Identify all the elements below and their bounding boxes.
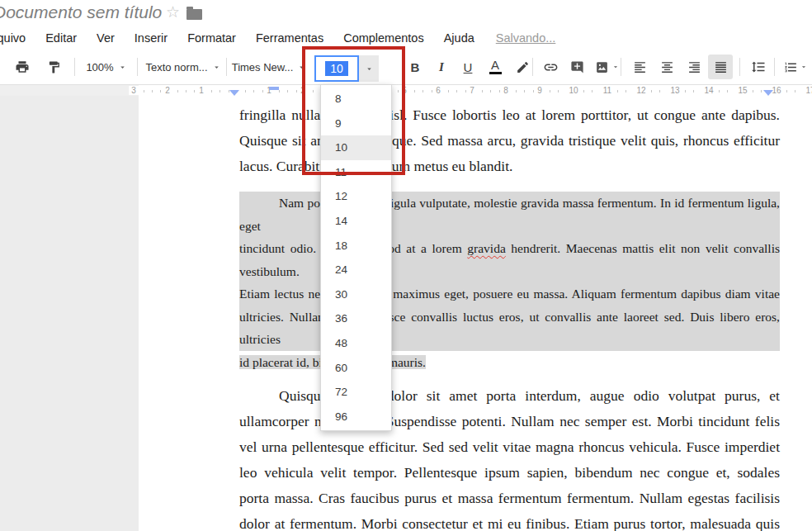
underline-button[interactable]: U: [456, 55, 480, 79]
misspelled-word[interactable]: gravida: [467, 241, 505, 255]
font-size-option[interactable]: 96: [321, 405, 391, 429]
paint-format-button[interactable]: [41, 55, 66, 79]
document-canvas: fringilla nulla sed odio nisl. Fusce lob…: [0, 96, 812, 531]
paint-roller-icon: [47, 60, 61, 74]
bold-button[interactable]: B: [403, 55, 427, 79]
font-size-option[interactable]: 11: [321, 160, 391, 185]
insert-image-button[interactable]: [591, 55, 624, 79]
text-line: leo vehicula velit tempor. Pellentesque …: [239, 460, 780, 486]
text-color-bar: [489, 72, 502, 74]
paragraph-styles-select[interactable]: Texto norm...: [145, 55, 221, 79]
toolbar-separator: [621, 58, 621, 76]
font-size-dropdown-arrow[interactable]: [359, 55, 379, 82]
styles-value: Texto norm...: [145, 61, 207, 73]
menu-item[interactable]: Inserir: [135, 31, 168, 45]
ruler-number: 7: [467, 86, 477, 95]
highlight-color-button[interactable]: [510, 55, 535, 79]
font-size-option[interactable]: 36: [321, 306, 391, 331]
chevron-down-icon: [800, 63, 808, 71]
chevron-down-icon: [212, 63, 221, 72]
toolbar-separator: [226, 58, 227, 76]
ruler-number: 6: [433, 86, 443, 95]
numbered-list-button[interactable]: [779, 55, 812, 79]
font-size-option[interactable]: 14: [321, 209, 391, 234]
chevron-down-icon: [365, 64, 374, 73]
menu-item[interactable]: Complementos: [343, 31, 424, 45]
menu-item[interactable]: Ver: [97, 31, 115, 45]
ruler-number: 12: [634, 86, 648, 95]
document-page[interactable]: fringilla nulla sed odio nisl. Fusce lob…: [139, 96, 812, 531]
star-icon[interactable]: ☆: [166, 4, 180, 21]
ruler-number: 15: [735, 86, 749, 95]
line-spacing-button[interactable]: [744, 55, 772, 79]
menu-item[interactable]: Ajuda: [444, 31, 474, 45]
first-line-indent-marker[interactable]: [269, 87, 279, 90]
ruler-number: 3: [129, 86, 139, 95]
font-size-value: 10: [325, 61, 348, 76]
saving-status[interactable]: Salvando...: [496, 31, 556, 45]
align-center-icon: [660, 60, 674, 74]
document-title[interactable]: Documento sem título: [0, 2, 162, 22]
ruler: 3211234567891011121314151617: [0, 85, 812, 96]
italic-button[interactable]: I: [429, 55, 454, 79]
menu-item[interactable]: Arquivo: [0, 31, 26, 45]
toolbar: 100% Texto norm... Times New... B I U A: [0, 50, 812, 85]
font-size-option[interactable]: 8: [321, 87, 391, 111]
text-line: dolor at fermentum. Morbi consectetur et…: [239, 511, 780, 531]
left-indent-marker[interactable]: [229, 90, 239, 96]
align-left-button[interactable]: [627, 55, 652, 79]
align-right-button[interactable]: [682, 55, 706, 79]
font-size-input[interactable]: 10: [314, 55, 359, 82]
italic-label: I: [439, 60, 444, 74]
zoom-select[interactable]: 100%: [81, 55, 132, 79]
image-icon: [595, 60, 609, 74]
menu-bar: ArquivoEditarVerInserirFormatarFerrament…: [0, 28, 555, 48]
bold-label: B: [411, 60, 420, 74]
font-size-option[interactable]: 48: [321, 331, 391, 356]
chevron-down-icon: [118, 63, 127, 72]
highlighter-pen-icon: [516, 60, 530, 74]
ruler-number: 8: [501, 86, 511, 95]
google-docs-window: Documento sem título ☆ ArquivoEditarVerI…: [0, 0, 812, 531]
link-icon: [543, 59, 559, 75]
font-size-option[interactable]: 18: [321, 234, 391, 258]
ruler-number: 13: [668, 86, 682, 95]
menu-item[interactable]: Formatar: [187, 31, 236, 45]
font-size-option[interactable]: 9: [321, 111, 391, 136]
numbered-list-icon: [784, 60, 798, 74]
insert-comment-button[interactable]: [564, 55, 589, 79]
line-text: porta massa. Cras faucibus purus et mass…: [239, 490, 780, 506]
font-size-option[interactable]: 12: [321, 184, 391, 209]
toolbar-separator: [774, 58, 775, 76]
text-line: vel urna pellentesque efficitur. Sed sed…: [239, 434, 780, 460]
insert-link-button[interactable]: [538, 55, 563, 79]
toolbar-separator: [74, 58, 75, 76]
underline-label: U: [464, 60, 473, 74]
font-size-option[interactable]: 10: [321, 135, 391, 160]
menu-item[interactable]: Editar: [45, 31, 77, 45]
menu-item[interactable]: Ferramentas: [256, 31, 323, 45]
ruler-number: 1: [196, 86, 206, 95]
align-justify-button[interactable]: [708, 55, 733, 79]
line-text: dolor at fermentum. Morbi consectetur et…: [239, 515, 780, 531]
ruler-number: 17: [803, 86, 812, 95]
font-value: Times New...: [232, 61, 294, 73]
line-text: leo vehicula velit tempor. Pellentesque …: [239, 464, 780, 481]
folder-icon[interactable]: [186, 9, 202, 20]
font-size-option[interactable]: 30: [321, 282, 391, 307]
align-center-button[interactable]: [654, 55, 679, 79]
font-size-option[interactable]: 24: [321, 258, 391, 282]
printer-icon: [15, 59, 30, 74]
ruler-number: 14: [701, 86, 715, 95]
print-button[interactable]: [10, 55, 35, 79]
right-indent-marker[interactable]: [763, 90, 773, 96]
font-size-option[interactable]: 60: [321, 356, 391, 381]
text-color-button[interactable]: A: [483, 55, 508, 79]
font-family-select[interactable]: Times New...: [233, 55, 305, 79]
ruler-number: 2: [298, 86, 308, 95]
text-color-label: A: [491, 59, 499, 71]
ruler-number: 2: [163, 86, 172, 95]
line-text: vel urna pellentesque efficitur. Sed sed…: [239, 439, 780, 455]
font-size-option[interactable]: 72: [321, 380, 391, 405]
toolbar-separator: [532, 58, 533, 76]
